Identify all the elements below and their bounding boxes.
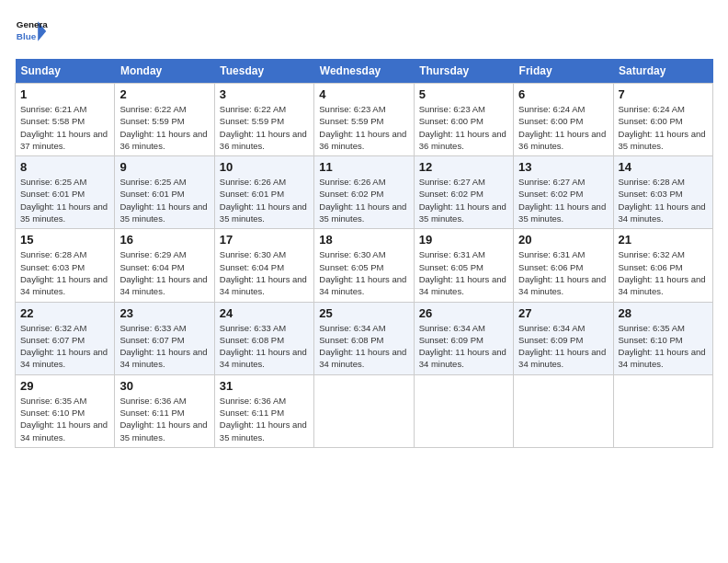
day-number: 16 bbox=[119, 233, 209, 247]
page-header: General Blue bbox=[15, 15, 713, 48]
day-number: 28 bbox=[619, 306, 708, 320]
weekday-header: Monday bbox=[115, 59, 214, 84]
day-info: Sunrise: 6:25 AMSunset: 6:01 PMDaylight:… bbox=[20, 177, 108, 224]
day-number: 26 bbox=[419, 306, 508, 320]
calendar-day-cell: 9 Sunrise: 6:25 AMSunset: 6:01 PMDayligh… bbox=[115, 156, 214, 229]
calendar-day-cell: 7 Sunrise: 6:24 AMSunset: 6:00 PMDayligh… bbox=[613, 84, 712, 156]
day-info: Sunrise: 6:34 AMSunset: 6:09 PMDaylight:… bbox=[518, 323, 606, 370]
calendar-day-cell: 18 Sunrise: 6:30 AMSunset: 6:05 PMDaylig… bbox=[314, 229, 414, 302]
day-info: Sunrise: 6:26 AMSunset: 6:01 PMDaylight:… bbox=[220, 177, 307, 224]
calendar-day-cell: 12 Sunrise: 6:27 AMSunset: 6:02 PMDaylig… bbox=[414, 156, 513, 229]
calendar-header-row: SundayMondayTuesdayWednesdayThursdayFrid… bbox=[16, 59, 713, 84]
day-info: Sunrise: 6:29 AMSunset: 6:04 PMDaylight:… bbox=[119, 249, 207, 296]
calendar-day-cell: 13 Sunrise: 6:27 AMSunset: 6:02 PMDaylig… bbox=[514, 156, 613, 229]
day-number: 12 bbox=[419, 160, 508, 174]
calendar-day-cell: 23 Sunrise: 6:33 AMSunset: 6:07 PMDaylig… bbox=[115, 302, 214, 374]
day-info: Sunrise: 6:30 AMSunset: 6:04 PMDaylight:… bbox=[220, 249, 307, 296]
calendar-day-cell: 1 Sunrise: 6:21 AMSunset: 5:58 PMDayligh… bbox=[16, 84, 115, 156]
calendar-day-cell: 10 Sunrise: 6:26 AMSunset: 6:01 PMDaylig… bbox=[214, 156, 313, 229]
day-number: 30 bbox=[119, 379, 209, 393]
logo-icon: General Blue bbox=[15, 15, 48, 48]
calendar-day-cell: 26 Sunrise: 6:34 AMSunset: 6:09 PMDaylig… bbox=[414, 302, 513, 374]
weekday-header: Friday bbox=[514, 59, 613, 84]
day-number: 3 bbox=[220, 87, 309, 101]
day-number: 1 bbox=[20, 87, 109, 101]
day-number: 31 bbox=[220, 379, 309, 393]
logo: General Blue bbox=[15, 15, 48, 48]
day-number: 23 bbox=[119, 306, 209, 320]
day-info: Sunrise: 6:35 AMSunset: 6:10 PMDaylight:… bbox=[20, 396, 108, 442]
calendar-week-row: 22 Sunrise: 6:32 AMSunset: 6:07 PMDaylig… bbox=[16, 302, 713, 374]
day-number: 9 bbox=[119, 160, 209, 174]
day-number: 8 bbox=[20, 160, 109, 174]
day-number: 13 bbox=[518, 160, 608, 174]
weekday-header: Wednesday bbox=[314, 59, 414, 84]
day-number: 20 bbox=[518, 233, 608, 247]
day-info: Sunrise: 6:23 AMSunset: 5:59 PMDaylight:… bbox=[319, 104, 406, 151]
calendar-day-cell: 2 Sunrise: 6:22 AMSunset: 5:59 PMDayligh… bbox=[115, 84, 214, 156]
day-info: Sunrise: 6:33 AMSunset: 6:07 PMDaylight:… bbox=[119, 323, 207, 370]
day-number: 24 bbox=[220, 306, 309, 320]
calendar-day-cell: 15 Sunrise: 6:28 AMSunset: 6:03 PMDaylig… bbox=[16, 229, 115, 302]
calendar-day-cell: 27 Sunrise: 6:34 AMSunset: 6:09 PMDaylig… bbox=[514, 302, 613, 374]
empty-cell bbox=[314, 374, 414, 447]
day-info: Sunrise: 6:31 AMSunset: 6:05 PMDaylight:… bbox=[419, 249, 506, 296]
calendar-day-cell: 30 Sunrise: 6:36 AMSunset: 6:11 PMDaylig… bbox=[115, 374, 214, 447]
day-number: 22 bbox=[20, 306, 109, 320]
day-number: 27 bbox=[518, 306, 608, 320]
calendar-day-cell: 29 Sunrise: 6:35 AMSunset: 6:10 PMDaylig… bbox=[16, 374, 115, 447]
calendar-day-cell: 20 Sunrise: 6:31 AMSunset: 6:06 PMDaylig… bbox=[514, 229, 613, 302]
calendar-day-cell: 6 Sunrise: 6:24 AMSunset: 6:00 PMDayligh… bbox=[514, 84, 613, 156]
calendar-day-cell: 21 Sunrise: 6:32 AMSunset: 6:06 PMDaylig… bbox=[613, 229, 712, 302]
day-info: Sunrise: 6:25 AMSunset: 6:01 PMDaylight:… bbox=[119, 177, 207, 224]
day-number: 19 bbox=[419, 233, 508, 247]
day-info: Sunrise: 6:27 AMSunset: 6:02 PMDaylight:… bbox=[518, 177, 606, 224]
day-info: Sunrise: 6:30 AMSunset: 6:05 PMDaylight:… bbox=[319, 249, 406, 296]
calendar-day-cell: 14 Sunrise: 6:28 AMSunset: 6:03 PMDaylig… bbox=[613, 156, 712, 229]
day-info: Sunrise: 6:22 AMSunset: 5:59 PMDaylight:… bbox=[220, 104, 307, 151]
calendar-day-cell: 22 Sunrise: 6:32 AMSunset: 6:07 PMDaylig… bbox=[16, 302, 115, 374]
day-info: Sunrise: 6:31 AMSunset: 6:06 PMDaylight:… bbox=[518, 249, 606, 296]
day-info: Sunrise: 6:33 AMSunset: 6:08 PMDaylight:… bbox=[220, 323, 307, 370]
weekday-header: Tuesday bbox=[214, 59, 313, 84]
day-info: Sunrise: 6:28 AMSunset: 6:03 PMDaylight:… bbox=[20, 249, 108, 296]
calendar-table: SundayMondayTuesdayWednesdayThursdayFrid… bbox=[15, 59, 713, 448]
day-number: 17 bbox=[220, 233, 309, 247]
day-info: Sunrise: 6:28 AMSunset: 6:03 PMDaylight:… bbox=[619, 177, 706, 224]
day-number: 5 bbox=[419, 87, 508, 101]
day-info: Sunrise: 6:32 AMSunset: 6:07 PMDaylight:… bbox=[20, 323, 108, 370]
day-info: Sunrise: 6:24 AMSunset: 6:00 PMDaylight:… bbox=[518, 104, 606, 151]
day-info: Sunrise: 6:22 AMSunset: 5:59 PMDaylight:… bbox=[119, 104, 207, 151]
day-info: Sunrise: 6:36 AMSunset: 6:11 PMDaylight:… bbox=[119, 396, 207, 442]
calendar-week-row: 15 Sunrise: 6:28 AMSunset: 6:03 PMDaylig… bbox=[16, 229, 713, 302]
day-number: 15 bbox=[20, 233, 109, 247]
calendar-day-cell: 24 Sunrise: 6:33 AMSunset: 6:08 PMDaylig… bbox=[214, 302, 313, 374]
day-info: Sunrise: 6:35 AMSunset: 6:10 PMDaylight:… bbox=[619, 323, 706, 370]
weekday-header: Sunday bbox=[16, 59, 115, 84]
day-info: Sunrise: 6:24 AMSunset: 6:00 PMDaylight:… bbox=[619, 104, 706, 151]
day-info: Sunrise: 6:34 AMSunset: 6:08 PMDaylight:… bbox=[319, 323, 406, 370]
day-number: 10 bbox=[220, 160, 309, 174]
calendar-day-cell: 8 Sunrise: 6:25 AMSunset: 6:01 PMDayligh… bbox=[16, 156, 115, 229]
day-number: 18 bbox=[319, 233, 408, 247]
calendar-day-cell: 31 Sunrise: 6:36 AMSunset: 6:11 PMDaylig… bbox=[214, 374, 313, 447]
calendar-day-cell: 28 Sunrise: 6:35 AMSunset: 6:10 PMDaylig… bbox=[613, 302, 712, 374]
calendar-day-cell: 16 Sunrise: 6:29 AMSunset: 6:04 PMDaylig… bbox=[115, 229, 214, 302]
day-info: Sunrise: 6:36 AMSunset: 6:11 PMDaylight:… bbox=[220, 396, 307, 442]
calendar-day-cell: 4 Sunrise: 6:23 AMSunset: 5:59 PMDayligh… bbox=[314, 84, 414, 156]
calendar-day-cell: 25 Sunrise: 6:34 AMSunset: 6:08 PMDaylig… bbox=[314, 302, 414, 374]
day-number: 25 bbox=[319, 306, 408, 320]
weekday-header: Saturday bbox=[613, 59, 712, 84]
weekday-header: Thursday bbox=[414, 59, 513, 84]
calendar-week-row: 29 Sunrise: 6:35 AMSunset: 6:10 PMDaylig… bbox=[16, 374, 713, 447]
day-info: Sunrise: 6:27 AMSunset: 6:02 PMDaylight:… bbox=[419, 177, 506, 224]
day-number: 21 bbox=[619, 233, 708, 247]
empty-cell bbox=[613, 374, 712, 447]
svg-text:General: General bbox=[17, 19, 48, 29]
calendar-body: 1 Sunrise: 6:21 AMSunset: 5:58 PMDayligh… bbox=[16, 84, 713, 448]
day-info: Sunrise: 6:23 AMSunset: 6:00 PMDaylight:… bbox=[419, 104, 506, 151]
calendar-day-cell: 5 Sunrise: 6:23 AMSunset: 6:00 PMDayligh… bbox=[414, 84, 513, 156]
empty-cell bbox=[514, 374, 613, 447]
day-number: 4 bbox=[319, 87, 408, 101]
day-number: 14 bbox=[619, 160, 708, 174]
